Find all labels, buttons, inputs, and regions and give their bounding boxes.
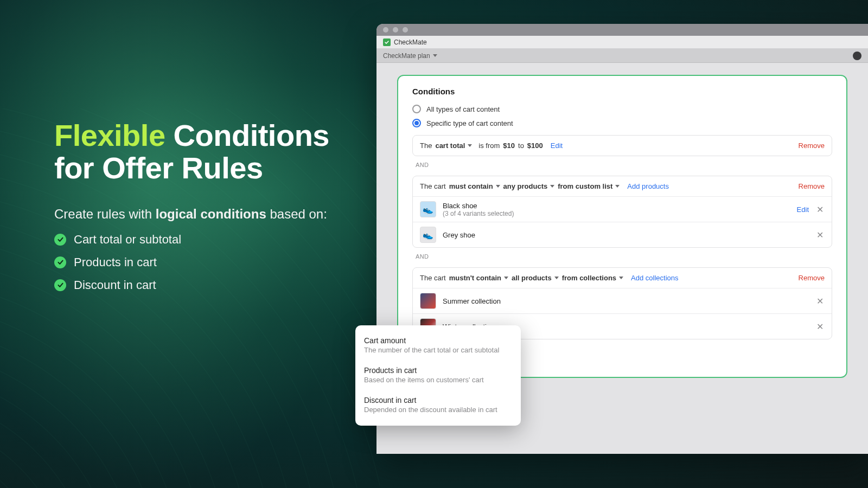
close-icon[interactable]: ✕ bbox=[815, 322, 825, 332]
edit-link[interactable]: Edit bbox=[551, 142, 563, 150]
popover-item-products-in-cart[interactable]: Products in cart Based on the items on c… bbox=[363, 362, 513, 388]
close-icon[interactable]: ✕ bbox=[815, 204, 825, 215]
chevron-down-icon bbox=[619, 277, 623, 279]
condition-head: The cart mustn't contain all products fr… bbox=[413, 268, 832, 288]
chevron-down-icon bbox=[554, 277, 559, 279]
remove-link[interactable]: Remove bbox=[799, 274, 825, 282]
check-icon bbox=[54, 256, 66, 268]
radio-icon bbox=[412, 119, 421, 127]
any-products-dropdown[interactable]: any products bbox=[503, 182, 555, 190]
popover-item-title: Cart amount bbox=[364, 336, 512, 345]
promo-bullet: Products in cart bbox=[54, 255, 358, 269]
popover-item-desc: Based on the items on customers' cart bbox=[364, 376, 512, 384]
product-name: Black shoe bbox=[443, 202, 514, 210]
conditions-heading: Conditions bbox=[412, 87, 832, 96]
radio-icon bbox=[412, 105, 421, 113]
product-name: Grey shoe bbox=[443, 231, 475, 239]
promo-bullets: Cart total or subtotal Products in cart … bbox=[54, 233, 358, 292]
condition-head: The cart total is from $10 to $100 Edit … bbox=[413, 136, 832, 156]
condition-rule-must-contain: The cart must contain any products from … bbox=[412, 176, 832, 248]
popover-item-desc: Depended on the discount available in ca… bbox=[364, 406, 512, 414]
promo-title: Flexible Conditions for Offer Rules bbox=[54, 119, 358, 185]
amount-to: $100 bbox=[527, 142, 543, 150]
promo-panel: Flexible Conditions for Offer Rules Crea… bbox=[54, 119, 358, 292]
radio-all-content[interactable]: All types of cart content bbox=[412, 105, 832, 113]
amount-from: $10 bbox=[503, 142, 515, 150]
must-contain-dropdown[interactable]: must contain bbox=[449, 182, 500, 190]
collection-thumbnail bbox=[420, 293, 436, 309]
product-row: 👟 Grey shoe ✕ bbox=[413, 222, 832, 247]
promo-title-accent: Flexible bbox=[54, 118, 165, 152]
mustnt-contain-dropdown[interactable]: mustn't contain bbox=[449, 274, 508, 282]
edit-link[interactable]: Edit bbox=[797, 206, 809, 214]
close-icon[interactable]: ✕ bbox=[815, 296, 825, 306]
promo-lead: Create rules with logical conditions bas… bbox=[54, 207, 358, 222]
and-separator: AND bbox=[416, 253, 832, 260]
check-icon bbox=[54, 234, 66, 246]
popover-item-title: Discount in cart bbox=[364, 396, 512, 404]
chevron-down-icon bbox=[433, 54, 437, 57]
collection-row: Summer collection ✕ bbox=[413, 288, 832, 313]
radio-specific-content[interactable]: Specific type of cart content bbox=[412, 119, 832, 127]
popover-item-title: Products in cart bbox=[364, 366, 512, 375]
promo-bullet: Cart total or subtotal bbox=[54, 233, 358, 247]
remove-link[interactable]: Remove bbox=[799, 182, 825, 190]
all-products-dropdown[interactable]: all products bbox=[512, 274, 559, 282]
and-separator: AND bbox=[416, 162, 832, 168]
chevron-down-icon bbox=[496, 185, 500, 188]
popover-item-desc: The number of the cart total or cart sub… bbox=[364, 346, 512, 354]
from-collections-dropdown[interactable]: from collections bbox=[562, 274, 623, 282]
add-collections-link[interactable]: Add collections bbox=[631, 274, 678, 282]
chevron-down-icon bbox=[550, 185, 554, 188]
chevron-down-icon bbox=[504, 277, 508, 279]
plan-dropdown[interactable]: CheckMate plan bbox=[383, 52, 437, 60]
app-titlebar: CheckMate bbox=[376, 36, 868, 49]
product-row: 👟 Black shoe (3 of 4 variants selected) … bbox=[413, 196, 832, 222]
chevron-down-icon bbox=[468, 144, 472, 147]
cart-total-dropdown[interactable]: cart total bbox=[435, 142, 472, 150]
promo-bullet: Discount in cart bbox=[54, 278, 358, 292]
from-custom-list-dropdown[interactable]: from custom list bbox=[558, 182, 620, 190]
plan-bar: CheckMate plan bbox=[376, 49, 868, 63]
window-close-control[interactable] bbox=[383, 27, 388, 33]
product-variants: (3 of 4 variants selected) bbox=[443, 210, 514, 217]
remove-link[interactable]: Remove bbox=[799, 142, 825, 150]
product-thumbnail: 👟 bbox=[420, 201, 436, 217]
popover-item-cart-amount[interactable]: Cart amount The number of the cart total… bbox=[363, 332, 513, 358]
add-condition-popover: Cart amount The number of the cart total… bbox=[355, 325, 521, 426]
product-thumbnail: 👟 bbox=[420, 227, 436, 243]
popover-item-discount-in-cart[interactable]: Discount in cart Depended on the discoun… bbox=[363, 391, 513, 418]
check-icon bbox=[54, 279, 66, 291]
collection-name: Summer collection bbox=[443, 297, 501, 305]
condition-rule-cart-total: The cart total is from $10 to $100 Edit … bbox=[412, 135, 832, 156]
app-logo-icon bbox=[383, 38, 391, 46]
chat-bubble-icon[interactable] bbox=[853, 52, 861, 60]
app-name: CheckMate bbox=[394, 38, 427, 46]
chevron-down-icon bbox=[615, 185, 620, 188]
add-products-link[interactable]: Add products bbox=[627, 182, 669, 190]
window-titlebar bbox=[376, 24, 868, 36]
condition-head: The cart must contain any products from … bbox=[413, 176, 832, 196]
window-minimize-control[interactable] bbox=[393, 27, 398, 33]
close-icon[interactable]: ✕ bbox=[815, 230, 825, 240]
window-zoom-control[interactable] bbox=[403, 27, 408, 33]
